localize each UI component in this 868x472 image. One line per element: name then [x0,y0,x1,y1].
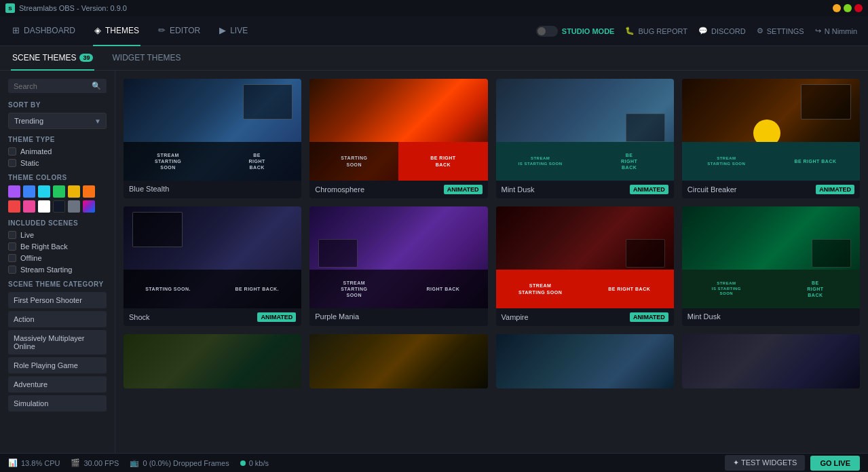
category-adventure[interactable]: Adventure [8,376,107,393]
scene-stream-starting-item[interactable]: Stream Starting [8,266,107,274]
animated-checkbox-item[interactable]: Animated [8,147,107,156]
studio-mode-label: STUDIO MODE [562,27,615,35]
color-swatch-blue[interactable] [23,185,35,198]
nav-themes[interactable]: ◈ THEMES [93,16,140,46]
tab-scene-themes[interactable]: SCENE THEMES 39 [11,46,94,71]
theme-card-bottom-1[interactable] [124,334,301,388]
user-menu[interactable]: ↪ N Nimmin [815,26,857,35]
theme-card-chromosphere[interactable]: STARTINGSOON BE RIGHTBACK Chromosphere A… [309,79,487,198]
category-fps[interactable]: First Person Shooter [8,292,107,308]
scene-brb-checkbox[interactable] [8,242,16,251]
color-swatch-pink[interactable] [23,200,35,213]
theme-name: Purple Mania [315,312,359,321]
color-swatch-green[interactable] [53,185,65,198]
scene-strip: STREAMIS STARTINGSOON BERIGHTBACK [682,270,860,308]
color-swatch-multi[interactable] [83,200,95,213]
search-icon: 🔍 [92,81,101,90]
bug-report-btn[interactable]: 🐛 BUG REPORT [625,26,687,35]
color-swatch-orange[interactable] [83,185,95,198]
scene-live-checkbox[interactable] [8,231,16,239]
title-bar: S Streamlabs OBS - Version: 0.9.0 [0,0,868,16]
search-box[interactable]: 🔍 [8,79,107,93]
top-nav: ⊞ DASHBOARD ◈ THEMES ✏ EDITOR ▶ LIVE STU… [0,16,868,46]
scene-stream-starting-checkbox[interactable] [8,266,16,274]
theme-name: Mint Dusk [687,312,721,321]
static-checkbox-item[interactable]: Static [8,159,107,167]
sort-by-label: SORT BY [8,101,107,109]
scene-starting: STREAMSTARTING SOON [682,142,771,181]
settings-btn[interactable]: ⚙ SETTINGS [757,26,804,35]
static-checkbox[interactable] [8,159,16,167]
color-swatch-black[interactable] [53,200,65,213]
color-swatch-purple[interactable] [8,185,20,198]
theme-footer: Vampire ANIMATED [496,308,674,326]
scene-starting: STREAMSTARTING SOON [496,270,585,308]
minimize-button[interactable] [833,4,841,12]
theme-footer: Mint Dusk [682,308,860,325]
category-simulation[interactable]: Simulation [8,395,107,412]
cpu-value: 13.8% CPU [21,459,60,467]
studio-mode-toggle[interactable]: STUDIO MODE [536,26,615,37]
theme-card-blue-stealth[interactable]: STREAMSTARTINGSOON BERIGHTBACK Blue Stea… [124,79,301,198]
theme-card-vampire[interactable]: STREAMSTARTING SOON BE RIGHT BACK Vampir… [496,206,674,326]
theme-card-bottom-3[interactable] [496,334,674,388]
scene-brb: BE RIGHT BACK [771,142,860,181]
theme-card-shock[interactable]: STARTING SOON. BE RIGHT BACK. Shock ANIM… [124,206,301,326]
scene-live-item[interactable]: Live [8,231,107,239]
nav-dashboard[interactable]: ⊞ DASHBOARD [11,16,77,46]
theme-footer: Purple Mania [309,308,487,325]
theme-card-mint-dusk[interactable]: STREAMIS STARTING SOON BERIGHTBACK Mint … [496,79,674,198]
color-swatch-white[interactable] [38,200,50,213]
color-swatch-gray[interactable] [68,200,80,213]
main-layout: 🔍 SORT BY Trending Newest Popular ▼ THEM… [0,71,868,453]
status-bar: 📊 13.8% CPU 🎬 30.00 FPS 📺 0 (0.0%) Dropp… [0,453,868,472]
theme-preview-purple-mania: STREAMSTARTINGSOON RIGHT BACK [309,206,487,308]
fps-status: 🎬 30.00 FPS [71,458,119,467]
theme-preview-bottom1 [124,334,301,388]
scene-offline-checkbox[interactable] [8,254,16,262]
tab-widget-themes[interactable]: WIDGET THEMES [111,46,182,71]
theme-card-circuit-breaker[interactable]: STREAMSTARTING SOON BE RIGHT BACK Circui… [682,79,860,198]
scene-stream-starting-label: Stream Starting [20,266,72,274]
color-swatch-yellow[interactable] [68,185,80,198]
status-bar-right: ✦ TEST WIDGETS GO LIVE [725,455,860,471]
test-widgets-button[interactable]: ✦ TEST WIDGETS [725,455,805,471]
nav-live[interactable]: ▶ LIVE [218,16,249,46]
scene-brb: BE RIGHTBACK [398,142,487,181]
category-action[interactable]: Action [8,311,107,327]
theme-card-purple-mania[interactable]: STREAMSTARTINGSOON RIGHT BACK Purple Man… [309,206,487,326]
theme-preview-shock: STARTING SOON. BE RIGHT BACK. [124,206,301,308]
theme-card-bottom-2[interactable] [309,334,487,388]
maximize-button[interactable] [844,4,852,12]
nav-themes-label: THEMES [105,26,139,35]
search-input[interactable] [14,82,92,90]
static-label: Static [20,159,39,167]
scene-starting: STREAMSTARTINGSOON [124,142,212,181]
animated-checkbox[interactable] [8,147,16,156]
studio-mode-switch[interactable] [536,26,558,37]
nav-editor[interactable]: ✏ EDITOR [157,16,202,46]
category-label: SCENE THEME CATEGORY [8,280,107,288]
category-rpg[interactable]: Role Playing Game [8,357,107,374]
scene-starting: STARTING SOON. [124,270,212,308]
color-swatch-cyan[interactable] [38,185,50,198]
theme-card-mint-dusk-2[interactable]: STREAMIS STARTINGSOON BERIGHTBACK Mint D… [682,206,860,326]
theme-preview-vampire: STREAMSTARTING SOON BE RIGHT BACK [496,206,674,308]
animated-badge: ANIMATED [816,185,854,194]
theme-card-bottom-4[interactable] [682,334,860,388]
scene-brb: BE RIGHT BACK. [212,270,301,308]
discord-label: DISCORD [711,27,746,35]
category-mmo[interactable]: Massively Multiplayer Online [8,330,107,355]
theme-preview-bottom4 [682,334,860,388]
window-controls[interactable] [833,4,863,12]
theme-footer: Blue Stealth [124,181,301,197]
scene-starting: STREAMIS STARTINGSOON [682,270,771,308]
scene-offline-item[interactable]: Offline [8,254,107,262]
go-live-button[interactable]: GO LIVE [810,456,860,471]
close-button[interactable] [854,4,863,12]
editor-icon: ✏ [158,25,166,35]
sort-select[interactable]: Trending Newest Popular [8,113,107,129]
discord-btn[interactable]: 💬 DISCORD [698,26,746,35]
scene-brb-item[interactable]: Be Right Back [8,242,107,251]
color-swatch-red[interactable] [8,200,20,213]
